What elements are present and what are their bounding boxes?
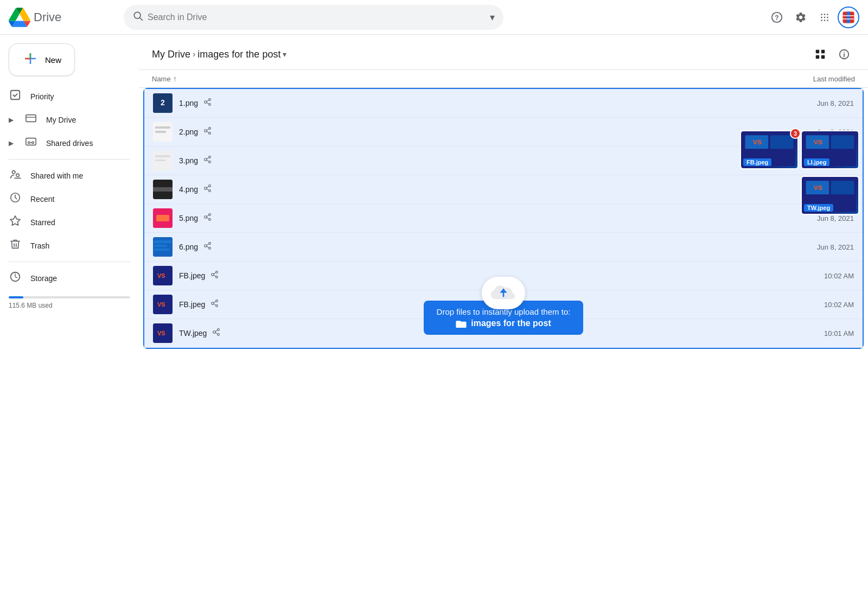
svg-rect-32 xyxy=(821,55,825,59)
breadcrumb-separator: › xyxy=(193,49,195,59)
help-button[interactable]: ? xyxy=(766,7,788,28)
svg-line-49 xyxy=(207,129,209,130)
sidebar: New Priority ▶ My Drive ▶ Shared drives xyxy=(0,35,139,592)
file-row[interactable]: 6.png Jun 8, 2021 xyxy=(144,233,863,262)
main-layout: New Priority ▶ My Drive ▶ Shared drives xyxy=(0,35,868,592)
breadcrumb-dropdown-icon[interactable]: ▾ xyxy=(283,50,286,59)
svg-point-68 xyxy=(205,216,207,219)
svg-line-1 xyxy=(140,18,143,21)
col-name-label: Name xyxy=(152,75,171,83)
sidebar-item-storage[interactable]: Storage xyxy=(0,266,130,290)
svg-line-65 xyxy=(207,189,209,190)
col-modified-label: Last modified xyxy=(813,75,855,83)
svg-rect-52 xyxy=(155,155,170,157)
svg-line-80 xyxy=(207,244,209,245)
column-name[interactable]: Name ↑ xyxy=(152,74,768,83)
sidebar-item-label-my-drive: My Drive xyxy=(46,116,76,124)
file-row[interactable]: 2.png Jun 8, 2021 xyxy=(144,118,863,147)
apps-button[interactable] xyxy=(814,7,835,28)
share-icon xyxy=(202,183,212,195)
sidebar-item-label-shared-with-me: Shared with me xyxy=(30,171,83,180)
topbar: Drive ▾ ? xyxy=(0,0,868,35)
sidebar-item-my-drive[interactable]: ▶ My Drive xyxy=(0,108,130,131)
file-thumbnail xyxy=(153,237,173,257)
svg-line-72 xyxy=(207,218,209,219)
svg-line-71 xyxy=(207,215,209,217)
sidebar-item-label-trash: Trash xyxy=(30,241,49,250)
svg-rect-67 xyxy=(156,215,169,221)
svg-text:?: ? xyxy=(775,14,778,21)
file-thumbnail xyxy=(153,151,173,170)
svg-rect-21 xyxy=(11,91,20,100)
file-name-text: 5.png xyxy=(179,214,198,222)
svg-rect-22 xyxy=(26,115,36,122)
sidebar-item-label-starred: Starred xyxy=(30,218,55,227)
svg-rect-74 xyxy=(154,240,171,243)
file-row[interactable]: 2 1.png Jun 8, 2021 xyxy=(144,89,863,118)
sidebar-item-label-storage: Storage xyxy=(30,274,57,283)
svg-point-70 xyxy=(209,219,211,221)
file-row[interactable]: 3.png Jun 8, 2021 xyxy=(144,147,863,175)
svg-line-87 xyxy=(214,272,216,274)
grid-view-button[interactable] xyxy=(809,43,831,65)
svg-text:2: 2 xyxy=(161,98,165,107)
svg-point-79 xyxy=(209,247,211,250)
search-input[interactable] xyxy=(148,12,486,22)
settings-button[interactable] xyxy=(790,7,812,28)
app-logo: Drive xyxy=(9,7,117,28)
user-avatar[interactable] xyxy=(838,7,859,28)
starred-icon xyxy=(9,215,22,230)
column-modified[interactable]: Last modified xyxy=(768,75,855,83)
svg-point-9 xyxy=(827,16,828,18)
sidebar-item-trash[interactable]: Trash xyxy=(0,234,130,257)
file-row[interactable]: 4.png Jun 8, 2021 xyxy=(144,175,863,204)
share-icon xyxy=(202,97,212,109)
file-drop-zone[interactable]: 2 1.png Jun 8, 2021 2.png Jun 8, 2021 xyxy=(143,88,864,349)
sidebar-item-label-shared-drives: Shared drives xyxy=(46,139,93,148)
new-button[interactable]: New xyxy=(9,43,75,76)
svg-point-84 xyxy=(212,273,214,276)
svg-point-61 xyxy=(205,187,207,190)
sidebar-item-shared-drives[interactable]: ▶ Shared drives xyxy=(0,131,130,155)
breadcrumb-current[interactable]: images for the post ▾ xyxy=(197,49,286,60)
file-name: 3.png xyxy=(179,155,767,167)
storage-used-label: 115.6 MB used xyxy=(9,302,130,309)
sidebar-item-shared-with-me[interactable]: Shared with me xyxy=(0,164,130,187)
share-icon xyxy=(202,241,212,253)
info-button[interactable] xyxy=(833,43,855,65)
file-thumbnail xyxy=(153,122,173,142)
file-name: 4.png xyxy=(179,183,767,195)
app-name: Drive xyxy=(34,10,61,24)
svg-line-58 xyxy=(207,160,209,162)
svg-point-62 xyxy=(209,185,211,187)
svg-rect-45 xyxy=(155,131,166,133)
breadcrumb-parent[interactable]: My Drive xyxy=(152,49,190,60)
sidebar-item-label-priority: Priority xyxy=(30,92,54,101)
svg-point-7 xyxy=(821,16,822,18)
svg-point-55 xyxy=(209,156,211,158)
search-bar[interactable]: ▾ xyxy=(124,5,503,30)
storage-bar xyxy=(9,296,130,298)
svg-point-12 xyxy=(827,20,828,21)
share-icon xyxy=(202,155,212,167)
file-name-text: 1.png xyxy=(179,99,198,107)
new-plus-icon xyxy=(22,50,39,69)
svg-line-42 xyxy=(207,103,209,104)
svg-line-41 xyxy=(207,100,209,101)
my-drive-icon xyxy=(24,112,37,127)
sidebar-item-recent[interactable]: Recent xyxy=(0,187,130,211)
svg-rect-76 xyxy=(154,249,169,251)
shared-drives-icon xyxy=(24,136,37,150)
svg-rect-31 xyxy=(816,55,819,59)
file-row[interactable]: 5.png Jun 8, 2021 xyxy=(144,204,863,233)
svg-rect-23 xyxy=(26,138,36,145)
file-name-text: 6.png xyxy=(179,243,198,251)
my-drive-expand-icon: ▶ xyxy=(9,116,14,124)
sidebar-divider-1 xyxy=(9,159,130,160)
file-name: 1.png xyxy=(179,97,767,109)
search-dropdown-arrow[interactable]: ▾ xyxy=(490,11,495,23)
sidebar-item-priority[interactable]: Priority xyxy=(0,85,130,108)
file-thumbnail xyxy=(153,180,173,199)
sidebar-item-starred[interactable]: Starred xyxy=(0,211,130,234)
file-name-text: 3.png xyxy=(179,156,198,165)
